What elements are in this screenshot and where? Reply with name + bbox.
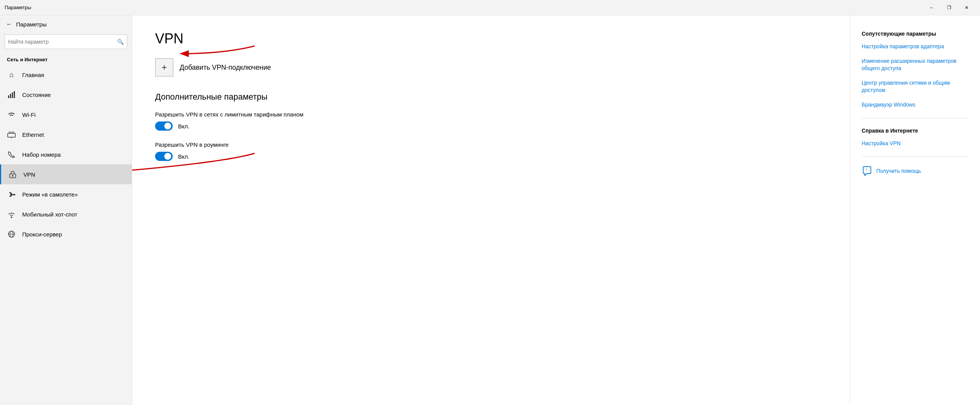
link-firewall[interactable]: Брандмауэр Windows	[862, 101, 969, 109]
sidebar-item-proxy[interactable]: Прокси-сервер	[0, 224, 132, 244]
sidebar-item-proxy-label: Прокси-сервер	[22, 231, 62, 238]
vpn-option-roaming: Разрешить VPN в роуминге Вкл.	[155, 141, 827, 161]
add-vpn-label: Добавить VPN-подключение	[180, 64, 271, 72]
vpn-toggle-metered-text: Вкл.	[178, 123, 190, 130]
search-box[interactable]: 🔍	[5, 34, 127, 49]
svg-text:?: ?	[865, 168, 867, 172]
vpn-toggle-metered-row: Вкл.	[155, 121, 827, 131]
close-button[interactable]: ✕	[958, 2, 975, 14]
svg-rect-4	[8, 133, 15, 137]
link-network-center[interactable]: Центр управления сетями и общим доступом	[862, 79, 969, 94]
hotspot-icon	[7, 210, 16, 219]
svg-point-11	[12, 175, 13, 177]
title-bar: Параметры – ❐ ✕	[0, 0, 980, 15]
sidebar-item-wifi[interactable]: Wi-Fi	[0, 105, 132, 125]
sidebar-item-airplane[interactable]: Режим «в самолете»	[0, 184, 132, 204]
restore-button[interactable]: ❐	[940, 2, 958, 14]
sidebar-item-hotspot-label: Мобильный хот-спот	[22, 211, 77, 218]
svg-rect-3	[14, 91, 15, 98]
search-icon: 🔍	[117, 39, 124, 45]
proxy-icon	[7, 230, 16, 239]
sidebar-item-status[interactable]: Состояние	[0, 85, 132, 105]
vpn-toggle-roaming[interactable]	[155, 152, 173, 161]
add-vpn-plus-icon: +	[155, 58, 173, 77]
sidebar-item-dialup[interactable]: Набор номера	[0, 144, 132, 164]
search-input[interactable]	[8, 39, 117, 45]
get-help-row: ? Получить помощь	[862, 166, 969, 177]
app-container: ← Параметры 🔍 Сеть и Интернет ⌂ Главная	[0, 15, 980, 405]
toggle-knob-2	[164, 153, 171, 160]
right-divider-2	[862, 156, 969, 157]
title-bar-controls: – ❐ ✕	[923, 2, 975, 14]
svg-point-12	[11, 216, 12, 218]
sidebar-item-home[interactable]: ⌂ Главная	[0, 65, 132, 85]
svg-rect-2	[12, 92, 13, 98]
vpn-icon	[8, 170, 17, 179]
main-content: VPN + Добавить VPN-подключение Дополните…	[132, 15, 850, 405]
toggle-knob	[164, 123, 171, 130]
sidebar-item-airplane-label: Режим «в самолете»	[22, 191, 78, 198]
vpn-option-metered: Разрешить VPN в сетях с лимитным тарифны…	[155, 111, 827, 131]
add-vpn-button[interactable]: + Добавить VPN-подключение	[155, 58, 827, 77]
airplane-icon	[7, 190, 16, 199]
page-title: VPN	[155, 31, 827, 47]
link-vpn-setup[interactable]: Настройка VPN	[862, 140, 969, 148]
sidebar-item-hotspot[interactable]: Мобильный хот-спот	[0, 204, 132, 224]
sidebar-item-vpn[interactable]: VPN	[0, 164, 132, 184]
ethernet-icon	[7, 130, 16, 139]
back-button[interactable]: ← Параметры	[0, 15, 132, 33]
help-title: Справка в Интернете	[862, 128, 969, 134]
wifi-icon	[7, 110, 16, 119]
svg-rect-1	[10, 94, 11, 98]
link-sharing-settings[interactable]: Изменение расширенных параметров общего …	[862, 57, 969, 72]
sidebar-item-home-label: Главная	[22, 72, 44, 78]
back-arrow-icon: ←	[6, 21, 12, 28]
sidebar-item-wifi-label: Wi-Fi	[22, 111, 36, 118]
sidebar: ← Параметры 🔍 Сеть и Интернет ⌂ Главная	[0, 15, 132, 405]
sidebar-section-label: Сеть и Интернет	[0, 52, 132, 65]
status-icon	[7, 90, 16, 99]
svg-rect-0	[8, 95, 9, 98]
home-icon: ⌂	[7, 70, 16, 79]
sidebar-item-ethernet-label: Ethernet	[22, 131, 44, 138]
title-bar-title: Параметры	[5, 5, 923, 10]
additional-settings-title: Дополнительные параметры	[155, 92, 827, 102]
sidebar-item-status-label: Состояние	[22, 92, 51, 98]
vpn-option-metered-label: Разрешить VPN в сетях с лимитным тарифны…	[155, 111, 827, 118]
vpn-toggle-roaming-text: Вкл.	[178, 153, 190, 160]
vpn-toggle-metered[interactable]	[155, 121, 173, 131]
sidebar-item-dialup-label: Набор номера	[22, 151, 61, 158]
help-chat-icon: ?	[862, 166, 872, 177]
minimize-button[interactable]: –	[923, 2, 940, 14]
sidebar-item-ethernet[interactable]: Ethernet	[0, 125, 132, 144]
dialup-icon	[7, 150, 16, 159]
link-adapter-settings[interactable]: Настройка параметров адаптера	[862, 43, 969, 51]
right-divider	[862, 118, 969, 118]
related-params-title: Сопутствующие параметры	[862, 31, 969, 37]
sidebar-item-vpn-label: VPN	[23, 171, 35, 178]
sidebar-title: Параметры	[16, 21, 47, 28]
vpn-option-roaming-label: Разрешить VPN в роуминге	[155, 141, 827, 148]
get-help-link[interactable]: Получить помощь	[876, 167, 921, 175]
vpn-toggle-roaming-row: Вкл.	[155, 152, 827, 161]
right-panel: Сопутствующие параметры Настройка параме…	[850, 15, 980, 405]
